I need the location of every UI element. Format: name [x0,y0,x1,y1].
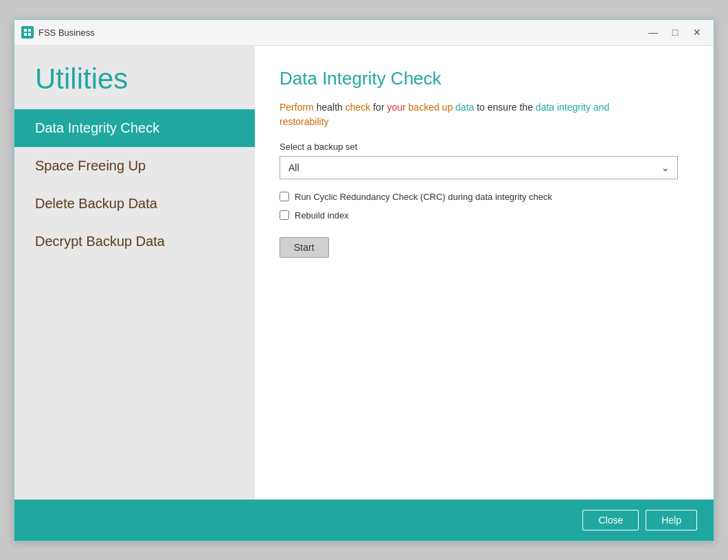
backup-set-select[interactable]: All [280,156,678,179]
window-close-button[interactable]: ✕ [687,25,707,40]
backup-set-select-wrapper: All ⌄ [280,156,678,179]
sidebar-title: Utilities [14,46,255,109]
minimize-button[interactable]: — [644,25,663,40]
start-button[interactable]: Start [280,237,329,258]
crc-checkbox-row: Run Cyclic Redundancy Check (CRC) during… [280,192,689,202]
help-button[interactable]: Help [646,510,697,530]
sidebar: Utilities Data Integrity Check Space Fre… [14,46,255,500]
window-title: FSS Business [38,27,644,38]
svg-rect-3 [28,33,31,36]
crc-label: Run Cyclic Redundancy Check (CRC) during… [295,192,552,202]
rebuild-index-checkbox[interactable] [280,210,289,220]
svg-rect-1 [28,29,31,32]
select-label: Select a backup set [280,142,689,152]
content-panel: Data Integrity Check Perform health chec… [255,46,714,500]
window-controls: — □ ✕ [644,25,707,40]
app-icon [21,26,34,38]
sidebar-item-data-integrity[interactable]: Data Integrity Check [14,109,255,147]
sidebar-item-decrypt-backup[interactable]: Decrypt Backup Data [14,223,255,260]
content-description: Perform health check for your backed up … [280,100,678,129]
page-title: Data Integrity Check [280,68,689,89]
sidebar-nav: Data Integrity Check Space Freeing Up De… [14,109,255,260]
rebuild-index-checkbox-row: Rebuild index [280,210,689,221]
maximize-button[interactable]: □ [666,25,685,40]
close-button[interactable]: Close [582,510,639,530]
sidebar-item-delete-backup[interactable]: Delete Backup Data [14,185,255,223]
footer: Close Help [14,500,714,541]
main-window: FSS Business — □ ✕ Utilities Data Integr… [14,19,714,541]
svg-rect-0 [24,29,27,32]
title-bar: FSS Business — □ ✕ [14,20,714,46]
main-content: Utilities Data Integrity Check Space Fre… [14,46,714,500]
crc-checkbox[interactable] [280,192,289,201]
rebuild-index-label: Rebuild index [295,210,349,221]
sidebar-item-space-freeing[interactable]: Space Freeing Up [14,147,255,185]
svg-rect-2 [24,33,27,36]
